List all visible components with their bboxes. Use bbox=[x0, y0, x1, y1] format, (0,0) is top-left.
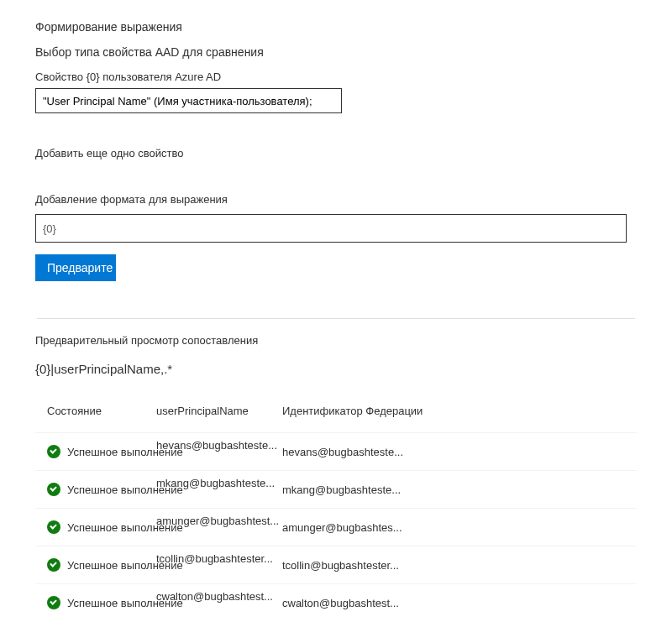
col-header-federation: Идентификатор Федерации bbox=[282, 405, 534, 417]
property-input[interactable] bbox=[35, 88, 342, 113]
table-row: Успешное выполнение tcollin@bugbashteste… bbox=[35, 546, 637, 583]
preview-table: Состояние userPrincipalName Идентификато… bbox=[35, 405, 637, 621]
federation-cell: amunger@bugbashtes... bbox=[282, 521, 534, 534]
success-icon bbox=[47, 445, 60, 458]
status-cell: Успешное выполнение bbox=[35, 558, 156, 572]
status-cell: Успешное выполнение bbox=[35, 520, 156, 534]
success-icon bbox=[47, 483, 60, 496]
upn-cell: cwalton@bugbashtest... bbox=[156, 590, 282, 603]
preview-header: Предварительный просмотр сопоставления bbox=[35, 334, 637, 347]
preview-button[interactable]: Предварите bbox=[35, 254, 116, 281]
add-property-link[interactable]: Добавить еще одно свойство bbox=[35, 147, 637, 159]
page-title: Формирование выражения bbox=[35, 20, 637, 34]
divider bbox=[37, 318, 635, 319]
col-header-upn: userPrincipalName bbox=[156, 405, 282, 417]
format-label: Добавление формата для выражения bbox=[35, 193, 637, 206]
status-cell: Успешное выполнение bbox=[35, 445, 156, 458]
table-row: Успешное выполнение amunger@bugbashtest.… bbox=[35, 508, 637, 546]
federation-cell: hevans@bugbashteste... bbox=[282, 446, 534, 458]
upn-cell: hevans@bugbashteste... bbox=[156, 439, 282, 452]
format-input[interactable] bbox=[35, 214, 627, 243]
success-icon bbox=[47, 596, 60, 609]
table-row: Успешное выполнение mkang@bugbashteste..… bbox=[35, 470, 637, 508]
success-icon bbox=[47, 520, 60, 534]
mapping-pattern: {0}|userPrincipalName,.* bbox=[35, 362, 637, 376]
table-row: Успешное выполнение hevans@bugbashteste.… bbox=[35, 432, 637, 470]
col-header-status: Состояние bbox=[35, 405, 156, 417]
status-cell: Успешное выполнение bbox=[35, 483, 156, 496]
federation-cell: tcollin@bugbashtester... bbox=[282, 559, 534, 572]
table-header-row: Состояние userPrincipalName Идентификато… bbox=[35, 405, 637, 432]
property-label: Свойство {0} пользователя Azure AD bbox=[35, 71, 637, 83]
upn-cell: amunger@bugbashtest... bbox=[156, 515, 282, 527]
status-cell: Успешное выполнение bbox=[35, 596, 156, 609]
table-row: Успешное выполнение cwalton@bugbashtest.… bbox=[35, 583, 637, 621]
federation-cell: cwalton@bugbashtest... bbox=[282, 597, 534, 609]
success-icon bbox=[47, 558, 60, 572]
page-subtitle: Выбор типа свойства AAD для сравнения bbox=[35, 45, 637, 59]
upn-cell: tcollin@bugbashtester... bbox=[156, 552, 282, 565]
upn-cell: mkang@bugbashteste... bbox=[156, 477, 282, 489]
federation-cell: mkang@bugbashteste... bbox=[282, 484, 534, 496]
